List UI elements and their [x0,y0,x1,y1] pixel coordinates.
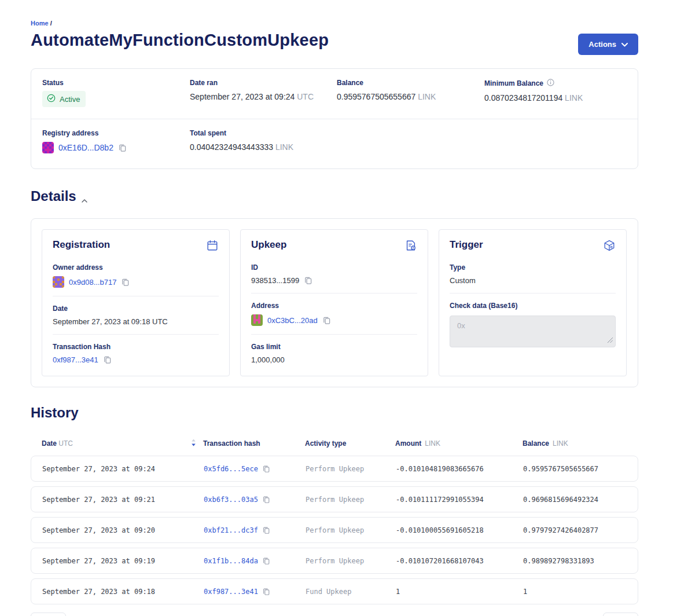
details-card: Registration Owner address 0x9d08...b717… [31,218,638,387]
collapse-caret-icon[interactable] [82,190,87,206]
breadcrumb-home-link[interactable]: Home [31,20,49,27]
upkeep-card: Upkeep ID 938513...1599 Address 0xC3bC..… [240,229,428,376]
registry-address-row: 0xE16D...D8b2 [42,142,190,153]
breadcrumb: Home / [31,20,638,27]
details-heading-text: Details [31,188,76,204]
gas-limit-value: 1,000,000 [251,355,417,364]
upkeep-blockie-icon [251,314,263,326]
row-hash-link[interactable]: 0xf987...3e41 [204,588,258,596]
actions-button[interactable]: Actions [578,34,638,55]
balance-unit: LINK [418,92,436,101]
copy-icon[interactable] [262,557,270,565]
row-hash-link[interactable]: 0xb6f3...03a5 [204,496,258,504]
check-circle-icon [47,94,56,104]
upkeep-address-row: 0xC3bC...20ad [251,314,417,326]
trigger-type-label: Type [450,263,616,272]
activity-header-text: Activity type [305,439,346,448]
date-ran-value: September 27, 2023 at 09:24 UTC [190,92,337,101]
page-title: AutomateMyFunctionCustomUpkeep [31,31,329,50]
row-activity: Perform Upkeep [306,526,396,534]
upkeep-id-row: 938513...1599 [251,276,417,285]
row-activity: Perform Upkeep [306,496,396,504]
row-balance: 0.9696815696492324 [523,496,638,504]
total-spent-unit: LINK [275,142,293,152]
date-header-suffix: UTC [58,439,73,448]
column-header-activity[interactable]: Activity type [305,439,395,448]
copy-icon[interactable] [262,526,270,534]
page-container: Home / AutomateMyFunctionCustomUpkeep Ac… [0,0,638,616]
column-header-date[interactable]: Date UTC [42,439,203,448]
table-row: September 27, 2023 at 09:21 0xb6f3...03a… [31,486,638,512]
registry-label: Registry address [42,129,190,137]
min-balance-amount: 0.0870234817201194 [484,93,562,102]
column-header-balance[interactable]: Balance LINK [523,439,638,448]
copy-icon[interactable] [262,588,270,596]
chevron-down-icon [621,40,628,49]
upkeep-title: Upkeep [251,239,286,251]
field-divider [53,334,219,335]
balance-label: Balance [337,79,484,87]
row-date: September 27, 2023 at 09:21 [42,496,204,504]
history-table-header: Date UTC Transaction hash Activity type … [31,436,638,451]
total-spent-amount: 0.04042324943443333 [190,142,273,152]
upkeep-id-value: 938513...1599 [251,276,299,285]
date-ran-suffix: UTC [297,92,314,101]
next-button[interactable]: Next [603,613,638,616]
upkeep-address-link[interactable]: 0xC3bC...20ad [267,316,318,325]
registry-field: Registry address 0xE16D...D8b2 [42,129,190,153]
sort-icon[interactable] [191,439,196,448]
prev-button[interactable]: Prev [31,613,66,616]
copy-icon[interactable] [262,496,270,504]
balance-header-suffix: LINK [553,439,568,448]
date-ran-field: Date ran September 27, 2023 at 09:24 UTC [190,79,337,107]
field-divider [251,293,417,294]
status-badge: Active [42,91,86,107]
row-date: September 27, 2023 at 09:19 [42,557,204,565]
row-hash-link[interactable]: 0x5fd6...5ece [204,465,258,473]
summary-row-2: Registry address 0xE16D...D8b2 Total spe… [31,119,638,168]
copy-icon[interactable] [262,465,270,473]
min-balance-field: Minimum Balance 0.0870234817201194 LINK [484,79,627,107]
transaction-hash-link[interactable]: 0xf987...3e41 [53,355,98,364]
total-spent-value: 0.04042324943443333 LINK [190,142,627,152]
field-divider [450,293,616,294]
column-header-amount[interactable]: Amount LINK [395,439,523,448]
actions-button-label: Actions [588,40,616,49]
history-heading: History [31,405,638,421]
table-row: September 27, 2023 at 09:18 0xf987...3e4… [31,578,638,604]
row-amount: -0.010107201668107043 [396,557,523,565]
check-data-textarea[interactable] [450,316,616,347]
amount-header-text: Amount [395,439,421,448]
row-hash-link[interactable]: 0xbf21...dc3f [204,526,258,534]
balance-field: Balance 0.9595767505655667 LINK [337,79,484,107]
copy-icon[interactable] [118,144,127,152]
history-heading-text: History [31,405,79,421]
registration-card: Registration Owner address 0x9d08...b717… [42,229,230,376]
summary-row-1: Status Active Date ran September 27, 202… [31,69,638,119]
owner-blockie-icon [53,276,64,288]
status-field: Status Active [42,79,190,107]
registry-address-link[interactable]: 0xE16D...D8b2 [58,143,113,152]
copy-icon[interactable] [322,316,331,325]
row-amount: -0.010111172991055394 [396,496,523,504]
min-balance-unit: LINK [565,93,583,102]
owner-address-link[interactable]: 0x9d08...b717 [69,278,116,287]
info-icon[interactable] [547,79,554,88]
registration-date-label: Date [53,305,219,313]
breadcrumb-separator: / [50,20,52,27]
row-date: September 27, 2023 at 09:18 [42,588,204,596]
column-header-hash[interactable]: Transaction hash [203,439,305,448]
row-hash-link[interactable]: 0x1f1b...84da [204,557,258,565]
total-spent-label: Total spent [190,129,627,137]
field-divider [53,296,219,296]
history-footer: Prev Showing 1 to 5 of 5 entries Next [31,613,638,616]
copy-icon[interactable] [304,276,312,285]
row-amount: 1 [396,588,523,596]
copy-icon[interactable] [103,355,112,364]
copy-icon[interactable] [121,278,130,287]
row-date: September 27, 2023 at 09:24 [42,465,204,473]
table-row: September 27, 2023 at 09:24 0x5fd6...5ec… [31,456,638,482]
calendar-icon [206,239,219,254]
row-date: September 27, 2023 at 09:20 [42,526,204,534]
upkeep-address-label: Address [251,302,417,310]
